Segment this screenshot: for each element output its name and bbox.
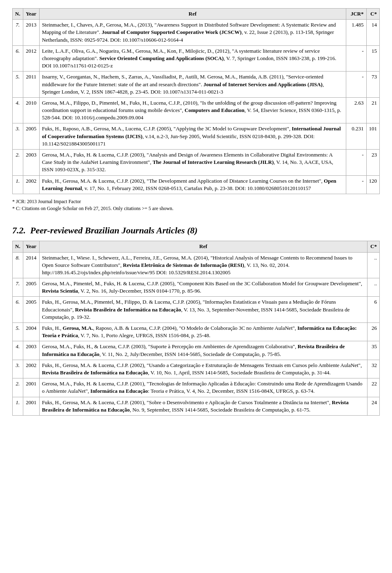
entry-year: 2002	[23, 175, 39, 194]
entry-num: 3.	[13, 360, 23, 378]
entry-ref: Issarny, V., Georgantas, N., Hachem, S.,…	[39, 72, 346, 98]
entry-ref: Steinmacher, I., Chaves, A.P., Gerosa, M…	[39, 20, 346, 46]
entry-year: 2004	[23, 323, 39, 341]
entry-ref: Fuks, H., Gerosa, M.A., Pimentel, M., Fi…	[39, 297, 367, 323]
entry-ref: Gerosa, M.A., Filippo, D., Pimentel, M.,…	[39, 97, 346, 123]
footnote-cite: * C: Citations on Google Scholar on Feb …	[12, 205, 380, 212]
intl-journals-table: N. Year Ref JCR* C* 7. 2013 Steinmacher,…	[12, 8, 380, 194]
entry-jcr: -	[346, 45, 366, 72]
entry-cite: 15	[366, 45, 380, 72]
entry-year: 2011	[23, 72, 39, 98]
entry-ref: Fuks, H., Gerosa, M.A. & Lucena, C.J.P. …	[39, 397, 367, 415]
table-row: 6. 2012 Leite, L.A.F., Oliva, G.A., Nogu…	[13, 45, 380, 72]
entry-num: 6.	[13, 45, 23, 72]
entry-cite: 14	[366, 20, 380, 46]
entry-year: 2013	[23, 20, 39, 46]
entry-num: 5.	[13, 323, 23, 341]
entry-ref: Fuks, H., Gerosa, M.A. & Lucena, C.J.P. …	[39, 360, 367, 378]
entry-ref: Leite, L.A.F., Oliva, G.A., Nogueira, G.…	[39, 45, 346, 72]
entry-num: 7.	[13, 278, 23, 297]
entry-cite: 24	[368, 397, 380, 415]
entry-year: 2014	[23, 252, 39, 278]
table-row: 7. 2005 Gerosa, M.A., Pimentel, M., Fuks…	[13, 278, 380, 297]
entry-cite: ..	[368, 252, 380, 278]
entry-cite: ..	[368, 278, 380, 297]
table-row: 8. 2014 Steinmacher, I., Wiese. I., Sche…	[13, 252, 380, 278]
entry-ref: Fuks, H., Raposo, A.B., Gerosa, M.A., Lu…	[39, 123, 346, 150]
entry-year: 2012	[23, 45, 39, 72]
section-number: 7.2.	[12, 225, 30, 235]
entry-year: 2010	[23, 97, 39, 123]
footnote-jcr: * JCR: 2013 Journal Impact Factor	[12, 198, 380, 205]
entry-num: 7.	[13, 20, 23, 46]
entry-ref: Gerosa, M.A., Fuks, H., & Lucena, C.J.P.…	[39, 341, 367, 360]
entry-cite: 22	[368, 378, 380, 397]
entry-ref: Steinmacher, I., Wiese. I., Schewerz, A.…	[39, 252, 367, 278]
entry-jcr: 0.231	[346, 123, 366, 150]
entry-num: 4.	[13, 341, 23, 360]
entry-num: 3.	[13, 123, 23, 150]
br-journals-table: N. Year Ref C* 8. 2014 Steinmacher, I., …	[12, 241, 380, 416]
entry-jcr: -	[346, 72, 366, 98]
table-row: 5. 2004 Fuks, H., Gerosa, M.A., Raposo, …	[13, 323, 380, 341]
col-header-year: Year	[23, 9, 39, 20]
table-row: 6. 2005 Fuks, H., Gerosa, M.A., Pimentel…	[13, 297, 380, 323]
entry-year: 2005	[23, 297, 39, 323]
table-row: 7. 2013 Steinmacher, I., Chaves, A.P., G…	[13, 20, 380, 46]
entry-num: 2.	[13, 150, 23, 176]
entry-cite: 26	[368, 323, 380, 341]
section-title-text: Peer-reviewed Brazilian Journals Article…	[30, 225, 198, 235]
col-header-cite: C*	[366, 9, 380, 20]
entry-cite: 6	[368, 297, 380, 323]
entry-year: 2003	[23, 150, 39, 176]
entry-cite: 73	[366, 72, 380, 98]
entry-jcr: -	[346, 150, 366, 176]
table-row: 5. 2011 Issarny, V., Georgantas, N., Hac…	[13, 72, 380, 98]
entry-jcr: 1.485	[346, 20, 366, 46]
entry-ref: Gerosa, M.A., Fuks, H. & Lucena, C.J.P. …	[39, 150, 346, 176]
entry-cite: 23	[366, 150, 380, 176]
col-header-num: N.	[13, 9, 23, 20]
entry-ref: Fuks, H., Gerosa, M.A., Raposo, A.B. & L…	[39, 323, 367, 341]
col-header-jcr: JCR*	[346, 9, 366, 20]
entry-cite: 101	[366, 123, 380, 150]
table-row: 2. 2001 Gerosa, M.A., Fuks, H. & Lucena,…	[13, 378, 380, 397]
table-row: 1. 2001 Fuks, H., Gerosa, M.A. & Lucena,…	[13, 397, 380, 415]
entry-jcr: 2.63	[346, 97, 366, 123]
entry-year: 2001	[23, 378, 39, 397]
entry-year: 2005	[23, 278, 39, 297]
table-row: 1. 2002 Fuks, H., Gerosa, M.A. & Lucena,…	[13, 175, 380, 194]
entry-num: 1.	[13, 397, 23, 415]
table-row: 2. 2003 Gerosa, M.A., Fuks, H. & Lucena,…	[13, 150, 380, 176]
entry-cite: 21	[366, 97, 380, 123]
entry-year: 2005	[23, 123, 39, 150]
table-row: 3. 2002 Fuks, H., Gerosa, M.A. & Lucena,…	[13, 360, 380, 378]
entry-num: 4.	[13, 97, 23, 123]
entry-num: 2.	[13, 378, 23, 397]
entry-num: 1.	[13, 175, 23, 194]
entry-cite: 32	[368, 360, 380, 378]
entry-cite: 120	[366, 175, 380, 194]
footnotes-intl: * JCR: 2013 Journal Impact Factor * C: C…	[12, 198, 380, 212]
section-title-br-journals: 7.2. Peer-reviewed Brazilian Journals Ar…	[12, 224, 380, 237]
col-header-ref: Ref	[39, 9, 346, 20]
entry-year: 2002	[23, 360, 39, 378]
entry-num: 6.	[13, 297, 23, 323]
table-row: 4. 2010 Gerosa, M.A., Filippo, D., Pimen…	[13, 97, 380, 123]
entry-year: 2003	[23, 341, 39, 360]
entry-num: 5.	[13, 72, 23, 98]
table-row: 4. 2003 Gerosa, M.A., Fuks, H., & Lucena…	[13, 341, 380, 360]
entry-cite: 35	[368, 341, 380, 360]
entry-ref: Gerosa, M.A., Pimentel, M., Fuks, H. & L…	[39, 278, 367, 297]
br-col-header-num: N.	[13, 241, 23, 252]
entry-year: 2001	[23, 397, 39, 415]
br-col-header-cite: C*	[368, 241, 380, 252]
entry-num: 8.	[13, 252, 23, 278]
entry-ref: Fuks, H., Gerosa, M.A. & Lucena, C.J.P. …	[39, 175, 346, 194]
table-row: 3. 2005 Fuks, H., Raposo, A.B., Gerosa, …	[13, 123, 380, 150]
entry-jcr: -	[346, 175, 366, 194]
entry-ref: Gerosa, M.A., Fuks, H. & Lucena, C.J.P. …	[39, 378, 367, 397]
br-col-header-year: Year	[23, 241, 39, 252]
br-col-header-ref: Ref	[39, 241, 367, 252]
